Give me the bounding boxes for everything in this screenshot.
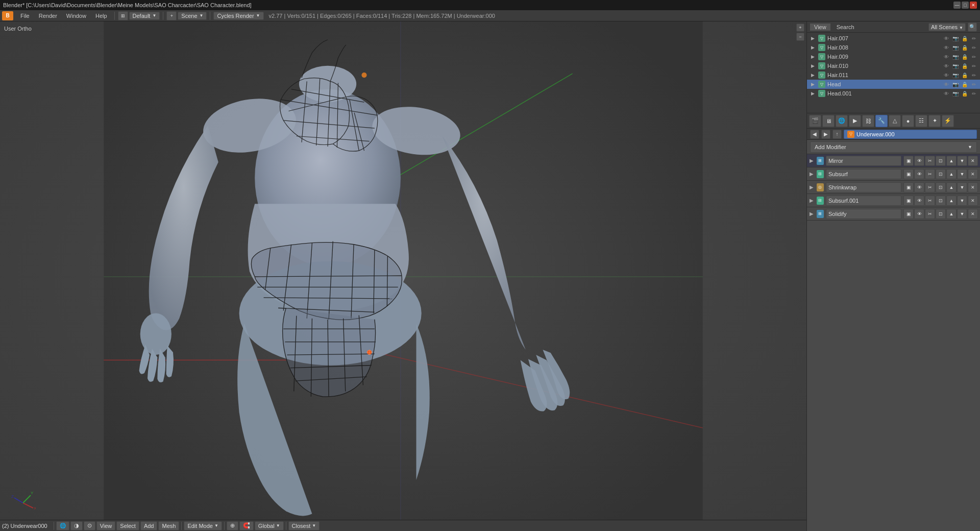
eye-btn-hair011[interactable]: 👁 xyxy=(942,71,950,79)
delete-btn-subsurf[interactable]: ✕ xyxy=(968,169,978,179)
viewport-display-btn[interactable]: ⊙ xyxy=(84,521,95,530)
camera-btn-hair007[interactable]: 📷 xyxy=(951,34,960,42)
lock-btn-head[interactable]: 🔒 xyxy=(961,80,969,88)
menu-render[interactable]: Render xyxy=(35,12,61,20)
extra-btn-hair007[interactable]: ✏ xyxy=(970,34,978,42)
eye-btn-hair007[interactable]: 👁 xyxy=(942,34,950,42)
edit-btn-shrinkwrap[interactable]: ✂ xyxy=(925,182,935,192)
outliner-item-hair011[interactable]: ▶▽Hair.011👁📷🔒✏ xyxy=(807,70,980,80)
close-button[interactable]: ✕ xyxy=(970,2,977,9)
cage-btn-shrinkwrap[interactable]: ⊡ xyxy=(936,182,946,192)
extra-btn-head001[interactable]: ✏ xyxy=(970,89,978,98)
modifier-expand-subsurf001[interactable]: ▶ xyxy=(809,198,815,204)
outliner-tab-search[interactable]: Search xyxy=(832,23,859,31)
nav-zoom-out[interactable]: − xyxy=(796,33,804,41)
nav-zoom-in[interactable]: + xyxy=(796,23,804,32)
view-btn-mirror[interactable]: 👁 xyxy=(914,156,924,166)
delete-btn-shrinkwrap[interactable]: ✕ xyxy=(968,182,978,192)
scene-add-btn[interactable]: + xyxy=(166,11,177,20)
prop-scene-btn[interactable]: 🖥 xyxy=(822,115,835,127)
prop-render-btn[interactable]: 🎬 xyxy=(809,115,821,127)
menu-file[interactable]: File xyxy=(16,12,34,20)
render-btn-solidify[interactable]: ▣ xyxy=(903,209,914,219)
bottom-view-btn[interactable]: View xyxy=(96,521,116,530)
up-btn-subsurf[interactable]: ▲ xyxy=(946,169,957,179)
edit-mode-dropdown[interactable]: Edit Mode▼ xyxy=(184,521,222,530)
modifier-name-mirror[interactable] xyxy=(826,156,901,166)
camera-btn-hair008[interactable]: 📷 xyxy=(951,43,960,52)
eye-btn-head[interactable]: 👁 xyxy=(942,80,950,88)
maximize-button[interactable]: □ xyxy=(962,2,969,9)
modifier-expand-subsurf[interactable]: ▶ xyxy=(809,171,815,177)
outliner-item-hair009[interactable]: ▶▽Hair.009👁📷🔒✏ xyxy=(807,52,980,61)
outliner-tab-view[interactable]: View xyxy=(810,23,830,31)
camera-btn-head[interactable]: 📷 xyxy=(951,80,960,88)
edit-btn-subsurf001[interactable]: ✂ xyxy=(925,196,935,206)
eye-btn-hair008[interactable]: 👁 xyxy=(942,43,950,52)
nav-back-btn[interactable]: ◀ xyxy=(810,130,819,139)
modifier-name-shrinkwrap[interactable] xyxy=(826,182,901,192)
eye-btn-head001[interactable]: 👁 xyxy=(942,89,950,98)
lock-btn-hair010[interactable]: 🔒 xyxy=(961,62,969,70)
lock-btn-head001[interactable]: 🔒 xyxy=(961,89,969,98)
snap-type-btn[interactable]: Closest▼ xyxy=(288,521,320,530)
delete-btn-subsurf001[interactable]: ✕ xyxy=(968,196,978,206)
edit-btn-solidify[interactable]: ✂ xyxy=(925,209,935,219)
modifier-name-subsurf[interactable] xyxy=(826,169,901,179)
render-btn-subsurf[interactable]: ▣ xyxy=(903,169,914,179)
menu-window[interactable]: Window xyxy=(62,12,90,20)
pivot-point-btn[interactable]: ⊕ xyxy=(227,521,238,530)
edit-btn-mirror[interactable]: ✂ xyxy=(925,156,935,166)
bottom-add-btn[interactable]: Add xyxy=(140,521,158,530)
layout-dropdown[interactable]: Default▼ xyxy=(129,12,160,20)
view-btn-subsurf001[interactable]: 👁 xyxy=(914,196,924,206)
outliner-item-hair008[interactable]: ▶▽Hair.008👁📷🔒✏ xyxy=(807,43,980,52)
view-btn-solidify[interactable]: 👁 xyxy=(914,209,924,219)
minimize-button[interactable]: — xyxy=(953,2,961,9)
prop-data-btn[interactable]: △ xyxy=(889,115,901,127)
extra-btn-hair010[interactable]: ✏ xyxy=(970,62,978,70)
modifier-name-solidify[interactable] xyxy=(826,209,901,219)
nav-parent-btn[interactable]: ↑ xyxy=(832,130,842,139)
extra-btn-hair008[interactable]: ✏ xyxy=(970,43,978,52)
render-btn-shrinkwrap[interactable]: ▣ xyxy=(903,182,914,192)
add-modifier-button[interactable]: Add Modifier ▼ xyxy=(810,141,977,153)
render-btn-subsurf001[interactable]: ▣ xyxy=(903,196,914,206)
modifier-expand-mirror[interactable]: ▶ xyxy=(809,158,815,164)
extra-btn-hair011[interactable]: ✏ xyxy=(970,71,978,79)
delete-btn-mirror[interactable]: ✕ xyxy=(968,156,978,166)
cage-btn-subsurf001[interactable]: ⊡ xyxy=(936,196,946,206)
down-btn-subsurf[interactable]: ▼ xyxy=(957,169,967,179)
up-btn-shrinkwrap[interactable]: ▲ xyxy=(946,182,957,192)
prop-material-btn[interactable]: ● xyxy=(902,115,914,127)
extra-btn-head[interactable]: ✏ xyxy=(970,80,978,88)
all-scenes-dropdown[interactable]: All Scenes ▼ xyxy=(928,23,966,31)
down-btn-subsurf001[interactable]: ▼ xyxy=(957,196,967,206)
bottom-mesh-btn[interactable]: Mesh xyxy=(158,521,179,530)
snap-toggle[interactable]: 🧲 xyxy=(239,521,254,530)
outliner-item-head[interactable]: ▶▽Head👁📷🔒✏ xyxy=(807,80,980,89)
camera-btn-hair011[interactable]: 📷 xyxy=(951,71,960,79)
active-object-display[interactable]: ▽ Underwear.000 xyxy=(844,130,977,139)
render-engine-dropdown[interactable]: Cycles Render▼ xyxy=(213,12,263,20)
camera-btn-hair009[interactable]: 📷 xyxy=(951,53,960,61)
lock-btn-hair011[interactable]: 🔒 xyxy=(961,71,969,79)
cage-btn-subsurf[interactable]: ⊡ xyxy=(936,169,946,179)
modifier-expand-solidify[interactable]: ▶ xyxy=(809,211,815,217)
view-btn-subsurf[interactable]: 👁 xyxy=(914,169,924,179)
modifier-name-subsurf001[interactable] xyxy=(826,196,901,206)
prop-modifiers-btn[interactable]: 🔧 xyxy=(875,115,888,127)
viewport-3d[interactable]: User Ortho + − X Y Z (2) Underwear000 🌐 … xyxy=(0,21,806,531)
prop-world-btn[interactable]: 🌐 xyxy=(836,115,848,127)
lock-btn-hair009[interactable]: 🔒 xyxy=(961,53,969,61)
prop-constraints-btn[interactable]: ⛓ xyxy=(862,115,874,127)
delete-btn-solidify[interactable]: ✕ xyxy=(968,209,978,219)
camera-btn-hair010[interactable]: 📷 xyxy=(951,62,960,70)
edit-btn-subsurf[interactable]: ✂ xyxy=(925,169,935,179)
prop-texture-btn[interactable]: ☷ xyxy=(915,115,927,127)
lock-btn-hair007[interactable]: 🔒 xyxy=(961,34,969,42)
eye-btn-hair009[interactable]: 👁 xyxy=(942,53,950,61)
outliner-item-hair010[interactable]: ▶▽Hair.010👁📷🔒✏ xyxy=(807,61,980,70)
down-btn-shrinkwrap[interactable]: ▼ xyxy=(957,182,967,192)
outliner-item-hair007[interactable]: ▶▽Hair.007👁📷🔒✏ xyxy=(807,34,980,43)
